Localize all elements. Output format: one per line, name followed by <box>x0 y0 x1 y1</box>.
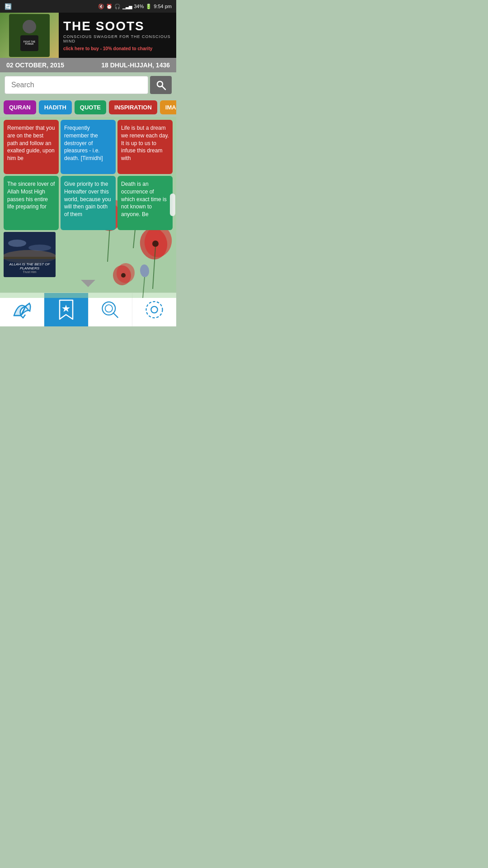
image-row: ALLAH IS THE BEST OF PLANNERS Trust Him <box>4 232 173 277</box>
status-left: 🔄 <box>5 3 12 10</box>
quote-text-6: Death is an occurrence of which exact ti… <box>121 181 167 217</box>
search-icon <box>155 80 166 90</box>
category-image-button[interactable]: IMAGE <box>160 100 176 114</box>
bookmark-star-icon <box>56 298 76 321</box>
date-bar: 02 OCTOBER, 2015 18 DHUL-HIJJAH, 1436 <box>0 58 176 72</box>
headphone-icon: 🎧 <box>114 4 121 9</box>
bottom-nav <box>0 292 176 326</box>
svg-point-24 <box>28 245 51 251</box>
scrollbar-indicator[interactable] <box>170 193 175 216</box>
quote-card-2[interactable]: Frequently remember the destroyer of ple… <box>61 120 116 174</box>
search-input[interactable] <box>5 76 148 94</box>
hijri-date: 18 DHUL-HIJJAH, 1436 <box>101 61 170 69</box>
quote-grid: Remember that you are on the best path a… <box>4 120 173 230</box>
banner-cta[interactable]: click here to buy - 10% donated to chari… <box>63 46 172 51</box>
content-area: Remember that you are on the best path a… <box>0 117 176 292</box>
banner-person: FIGHT THE POWER <box>9 14 50 57</box>
brand-tagline: CONSCIOUS SWAGGER FOR THE CONSCIOUS MIND <box>63 34 172 43</box>
quote-text-4: The sincere lover of Allah Most High pas… <box>7 181 55 210</box>
mute-icon: 🔇 <box>98 4 104 9</box>
quote-card-1[interactable]: Remember that you are on the best path a… <box>4 120 59 174</box>
gear-icon <box>144 298 164 321</box>
search-circle-icon <box>100 298 120 321</box>
shirt-text: FIGHT THE POWER <box>20 41 38 46</box>
category-hadith-button[interactable]: HADITH <box>39 100 72 114</box>
quote-card-4[interactable]: The sincere lover of Allah Most High pas… <box>4 176 59 230</box>
quote-text-5: Give priority to the Hereafter over this… <box>64 181 111 217</box>
sync-icon: 🔄 <box>5 3 12 10</box>
search-button[interactable] <box>150 76 172 94</box>
person-shirt: FIGHT THE POWER <box>20 35 38 51</box>
status-bar: 🔄 🔇 ⏰ 🎧 ▁▃▅ 34% 🔋 9:54 pm <box>0 0 176 13</box>
down-arrow-icon <box>81 280 95 287</box>
person-head <box>23 20 36 33</box>
svg-point-23 <box>8 240 26 247</box>
brand-title: THE SOOTS <box>63 20 172 33</box>
nav-home[interactable] <box>0 293 44 326</box>
image-card-1[interactable]: ALLAH IS THE BEST OF PLANNERS Trust Him <box>4 232 56 277</box>
svg-point-30 <box>105 305 113 312</box>
svg-line-1 <box>162 86 165 90</box>
quote-card-6[interactable]: Death is an occurrence of which exact ti… <box>117 176 173 230</box>
battery-percent: 34% <box>134 4 144 9</box>
banner-image: FIGHT THE POWER <box>0 13 59 58</box>
alarm-icon: ⏰ <box>106 4 113 9</box>
category-buttons: QURAN HADITH QUOTE INSPIRATION IMAGE <box>0 98 176 117</box>
category-quran-button[interactable]: QURAN <box>4 100 36 114</box>
svg-marker-28 <box>62 305 70 312</box>
svg-line-31 <box>113 313 118 317</box>
nav-bookmarks[interactable] <box>44 293 89 326</box>
image-card-text: ALLAH IS THE BEST OF PLANNERS <box>7 262 52 270</box>
category-inspiration-button[interactable]: INSPIRATION <box>109 100 157 114</box>
quote-text-3: Life is but a dream we renew each day. I… <box>121 125 169 161</box>
quote-card-3[interactable]: Life is but a dream we renew each day. I… <box>117 120 173 174</box>
category-quote-button[interactable]: QUOTE <box>75 100 106 114</box>
gregorian-date: 02 OCTOBER, 2015 <box>6 61 64 69</box>
search-container <box>5 76 172 94</box>
nav-settings[interactable] <box>132 293 176 326</box>
clock: 9:54 pm <box>154 4 172 9</box>
nav-search[interactable] <box>89 293 133 326</box>
signal-bars: ▁▃▅ <box>122 4 132 9</box>
battery-icon: 🔋 <box>145 4 152 9</box>
status-right: 🔇 ⏰ 🎧 ▁▃▅ 34% 🔋 9:54 pm <box>98 4 172 9</box>
quote-card-5[interactable]: Give priority to the Hereafter over this… <box>61 176 116 230</box>
svg-point-33 <box>146 302 163 318</box>
quote-text-2: Frequently remember the destroyer of ple… <box>64 125 103 161</box>
banner-text-area: THE SOOTS CONSCIOUS SWAGGER FOR THE CONS… <box>59 15 176 56</box>
banner[interactable]: FIGHT THE POWER THE SOOTS CONSCIOUS SWAG… <box>0 13 176 58</box>
down-arrow-container <box>4 277 173 290</box>
svg-point-32 <box>151 307 157 313</box>
quote-text-1: Remember that you are on the best path a… <box>7 125 55 161</box>
image-card-subtext: Trust Him <box>23 270 36 274</box>
home-icon <box>9 297 34 322</box>
